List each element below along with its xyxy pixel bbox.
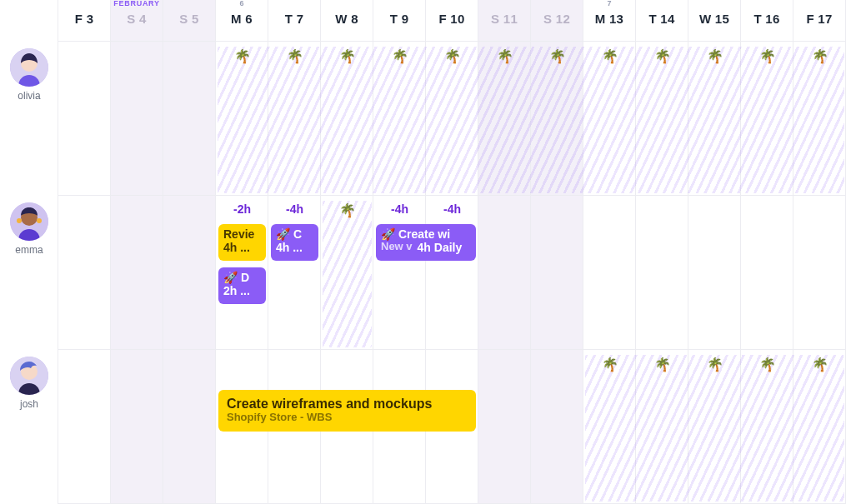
person-josh[interactable]: josh (0, 357, 58, 410)
day-column-header[interactable]: S 11 (478, 0, 531, 42)
day-label: S 11 (478, 12, 530, 26)
sidebar-bg (0, 42, 58, 504)
task-create-wireframes-mockups[interactable]: Create wireframes and mockups Shopify St… (218, 390, 476, 432)
task-create-wireframes[interactable]: 🚀 Create wi New v 4h Daily (376, 224, 476, 261)
row-emma: emma 🌴 -2h -4h -4h -4h Revie 4h ... (0, 196, 846, 350)
svg-point-4 (17, 218, 22, 223)
day-column-header[interactable]: W 15 (688, 0, 741, 42)
day-column-header[interactable]: T 16 (741, 0, 793, 42)
track-emma[interactable]: 🌴 -2h -4h -4h -4h Revie 4h ... 🚀 D 2h ..… (58, 196, 846, 349)
avatar-josh (10, 357, 48, 395)
task-sub: 4h ... (276, 241, 313, 254)
day-label: T 7 (268, 12, 320, 26)
track-josh[interactable]: 🌴🌴🌴🌴🌴 Create wireframes and mockups Shop… (58, 350, 846, 503)
task-create-t7[interactable]: 🚀 C 4h ... (271, 224, 318, 261)
task-design-small[interactable]: 🚀 D 2h ... (218, 267, 266, 304)
day-column-header[interactable]: F 17 (793, 0, 846, 42)
header-sidebar-spacer (0, 0, 58, 42)
day-label: F 17 (793, 12, 845, 26)
person-name: emma (0, 244, 58, 256)
calendar-body: olivia 🌴🌴🌴🌴🌴🌴🌴🌴🌴🌴🌴🌴 emma 🌴 (0, 42, 846, 504)
rocket-icon: 🚀 (276, 227, 290, 241)
week-number: 6 (239, 0, 243, 7)
day-label: F 10 (426, 12, 478, 26)
day-label: S 5 (163, 12, 215, 26)
resource-calendar: F 3S 4FEBRUARYS 5M 66T 7W 8T 9F 10S 11S … (0, 0, 846, 504)
day-column-header[interactable]: M 137 (583, 0, 636, 42)
person-name: olivia (0, 90, 58, 102)
day-label: W 8 (321, 12, 373, 26)
task-sub: Shopify Store - WBS (227, 412, 468, 424)
vacation-block[interactable] (585, 355, 844, 502)
person-emma[interactable]: emma (0, 202, 58, 256)
task-title: Create wireframes and mockups (227, 397, 468, 412)
day-column-header[interactable]: T 7 (268, 0, 321, 42)
header-divider (0, 41, 846, 42)
task-sub: 2h ... (223, 284, 261, 297)
day-label: S 4 (111, 12, 163, 26)
day-label: M 6 (216, 12, 268, 26)
hours-badge: -4h (268, 202, 321, 216)
day-label: T 9 (373, 12, 425, 26)
task-title: 🚀 Create wi (381, 227, 471, 241)
day-column-header[interactable]: S 12 (531, 0, 583, 42)
hours-badge: -4h (373, 202, 426, 216)
day-column-header[interactable]: T 14 (636, 0, 688, 42)
day-column-header[interactable]: S 5 (163, 0, 216, 42)
svg-point-5 (37, 218, 42, 223)
calendar-header: F 3S 4FEBRUARYS 5M 66T 7W 8T 9F 10S 11S … (0, 0, 846, 42)
task-project: New v (381, 241, 413, 254)
month-chip: FEBRUARY (113, 0, 159, 7)
day-column-header[interactable]: M 66 (216, 0, 268, 42)
task-sub: 4h ... (223, 241, 261, 254)
day-column-header[interactable]: F 10 (426, 0, 478, 42)
task-title: 🚀 C (276, 227, 313, 241)
day-column-header[interactable]: S 4FEBRUARY (111, 0, 163, 42)
day-label: F 3 (58, 12, 110, 26)
hours-badge: -2h (216, 202, 268, 216)
day-column-header[interactable]: W 8 (321, 0, 373, 42)
track-olivia[interactable]: 🌴🌴🌴🌴🌴🌴🌴🌴🌴🌴🌴🌴 (58, 42, 846, 195)
day-label: W 15 (688, 12, 740, 26)
day-label: T 14 (636, 12, 688, 26)
task-title: 🚀 D (223, 271, 261, 284)
hours-badge: -4h (426, 202, 478, 216)
avatar-emma (10, 202, 48, 241)
day-label: M 13 (583, 12, 635, 26)
task-title: Revie (223, 227, 261, 241)
day-label: T 16 (741, 12, 793, 26)
avatar-olivia (10, 48, 48, 87)
row-josh: josh 🌴🌴🌴🌴🌴 Create wireframes and mockups… (0, 350, 846, 504)
person-olivia[interactable]: olivia (0, 48, 58, 102)
day-column-header[interactable]: F 3 (58, 0, 111, 42)
day-column-header[interactable]: T 9 (373, 0, 426, 42)
week-number: 7 (607, 0, 611, 7)
rocket-icon: 🚀 (223, 271, 238, 284)
vacation-block[interactable] (218, 47, 844, 193)
rocket-icon: 🚀 (381, 227, 395, 241)
person-name: josh (0, 398, 58, 410)
timeoff-w8[interactable] (323, 201, 372, 347)
task-review[interactable]: Revie 4h ... (218, 224, 266, 261)
task-sub: 4h Daily (418, 241, 463, 254)
day-label: S 12 (531, 12, 583, 26)
row-olivia: olivia 🌴🌴🌴🌴🌴🌴🌴🌴🌴🌴🌴🌴 (0, 42, 846, 196)
